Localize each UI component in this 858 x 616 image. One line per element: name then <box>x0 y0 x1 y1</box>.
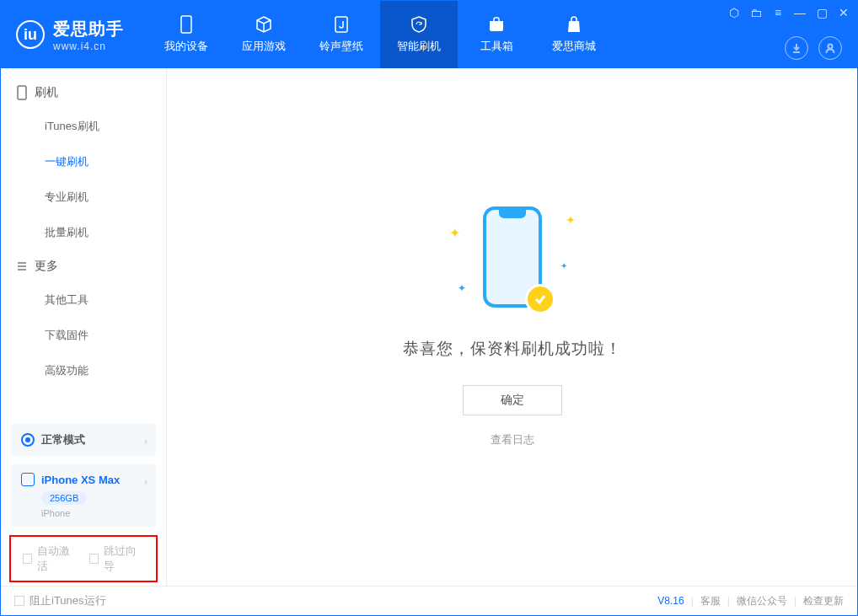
checkmark-badge-icon <box>525 284 555 314</box>
sidebar-item-advanced[interactable]: 高级功能 <box>1 353 166 388</box>
nav-label: 智能刷机 <box>397 39 441 54</box>
ok-button[interactable]: 确定 <box>463 385 562 415</box>
sidebar: 刷机 iTunes刷机 一键刷机 专业刷机 批量刷机 更多 其他工具 下载固件 … <box>1 68 167 586</box>
checkbox-label: 自动激活 <box>37 544 78 574</box>
sparkle-icon: ✦ <box>566 213 576 227</box>
nav-label: 爱思商城 <box>552 39 596 54</box>
phone-icon <box>16 85 28 100</box>
separator: | <box>727 595 730 607</box>
user-button[interactable] <box>818 36 842 60</box>
device-card[interactable]: iPhone XS Max 256GB iPhone › <box>11 464 156 527</box>
checkbox-icon <box>14 596 24 606</box>
sidebar-item-pro-flash[interactable]: 专业刷机 <box>1 179 166 215</box>
sparkle-icon: ✦ <box>449 225 460 241</box>
nav-label: 应用游戏 <box>242 39 286 54</box>
device-type: iPhone <box>41 508 146 518</box>
svg-rect-5 <box>18 86 26 99</box>
device-icon <box>177 15 196 34</box>
support-link[interactable]: 客服 <box>700 594 721 608</box>
checkbox-icon <box>23 554 32 564</box>
chevron-right-icon: › <box>144 476 147 488</box>
status-bar: 阻止iTunes运行 V8.16 | 客服 | 微信公众号 | 检查更新 <box>1 586 857 615</box>
nav-ring-wallpaper[interactable]: 铃声壁纸 <box>303 1 380 68</box>
chevron-right-icon: › <box>144 436 147 447</box>
header-tools <box>785 36 842 60</box>
svg-point-4 <box>829 45 833 49</box>
nav-label: 我的设备 <box>164 39 208 54</box>
nav-toolbox[interactable]: 工具箱 <box>458 1 535 68</box>
logo-block: iu 爱思助手 www.i4.cn <box>1 1 139 68</box>
checkbox-auto-activate[interactable]: 自动激活 <box>23 544 78 574</box>
download-button[interactable] <box>785 36 808 60</box>
nav-store[interactable]: 爱思商城 <box>535 1 613 68</box>
success-illustration: ✦ ✦ ✦ ✦ <box>483 206 542 308</box>
lock-icon[interactable]: 🗀 <box>749 6 763 19</box>
group-title: 更多 <box>35 259 58 274</box>
logo-icon: iu <box>16 20 45 49</box>
checkbox-icon <box>89 554 99 564</box>
highlighted-options: 自动激活 跳过向导 <box>9 535 158 582</box>
logo-text: 爱思助手 www.i4.cn <box>53 18 124 52</box>
sidebar-item-other-tools[interactable]: 其他工具 <box>1 282 166 318</box>
separator: | <box>691 595 694 607</box>
sidebar-item-download-firmware[interactable]: 下载固件 <box>1 318 166 353</box>
shield-refresh-icon <box>410 15 428 34</box>
mode-label: 正常模式 <box>41 432 85 447</box>
nav-label: 铃声壁纸 <box>319 39 363 54</box>
main-pane: ✦ ✦ ✦ ✦ 恭喜您，保资料刷机成功啦！ 确定 查看日志 <box>167 68 857 586</box>
checkbox-label: 阻止iTunes运行 <box>29 593 106 608</box>
minimize-button[interactable]: — <box>793 6 807 19</box>
group-title: 刷机 <box>35 85 58 100</box>
toolbox-icon <box>487 15 506 34</box>
mode-card[interactable]: 正常模式 › <box>11 424 156 456</box>
bag-icon <box>565 15 583 34</box>
sidebar-item-batch-flash[interactable]: 批量刷机 <box>1 215 166 250</box>
music-file-icon <box>332 15 351 34</box>
close-button[interactable]: ✕ <box>837 6 850 19</box>
svg-rect-1 <box>335 17 347 32</box>
version-label: V8.16 <box>657 595 684 607</box>
app-url: www.i4.cn <box>53 40 124 52</box>
maximize-button[interactable]: ▢ <box>815 6 829 19</box>
sidebar-group-flash: 刷机 <box>1 77 166 109</box>
nav-label: 工具箱 <box>480 39 513 54</box>
separator: | <box>794 595 796 607</box>
device-name: iPhone XS Max <box>41 474 120 486</box>
menu-icon[interactable]: ≡ <box>771 6 785 19</box>
svg-rect-0 <box>181 16 191 33</box>
view-log-link[interactable]: 查看日志 <box>491 432 534 447</box>
tshirt-icon[interactable]: ⬡ <box>727 6 741 19</box>
checkbox-label: 跳过向导 <box>104 544 144 574</box>
check-update-link[interactable]: 检查更新 <box>803 594 844 608</box>
list-icon <box>16 260 28 272</box>
mode-icon <box>21 433 35 447</box>
storage-badge: 256GB <box>41 491 87 505</box>
device-icon <box>21 473 35 486</box>
window-controls: ⬡ 🗀 ≡ — ▢ ✕ <box>727 6 850 19</box>
nav-smart-flash[interactable]: 智能刷机 <box>380 1 458 68</box>
svg-rect-3 <box>490 21 503 24</box>
sidebar-item-oneclick-flash[interactable]: 一键刷机 <box>1 144 166 179</box>
app-name: 爱思助手 <box>53 18 124 40</box>
cube-icon <box>255 15 273 34</box>
sidebar-group-more: 更多 <box>1 250 166 282</box>
wechat-link[interactable]: 微信公众号 <box>737 594 787 608</box>
nav-my-device[interactable]: 我的设备 <box>147 1 225 68</box>
sparkle-icon: ✦ <box>560 261 567 271</box>
checkbox-skip-wizard[interactable]: 跳过向导 <box>89 544 144 574</box>
nav-apps-games[interactable]: 应用游戏 <box>225 1 303 68</box>
success-message: 恭喜您，保资料刷机成功啦！ <box>403 338 622 360</box>
sparkle-icon: ✦ <box>458 282 466 294</box>
app-header: iu 爱思助手 www.i4.cn 我的设备 应用游戏 铃声壁纸 智能刷机 <box>1 1 857 68</box>
checkbox-block-itunes[interactable]: 阻止iTunes运行 <box>14 593 106 608</box>
sidebar-item-itunes-flash[interactable]: iTunes刷机 <box>1 109 166 144</box>
